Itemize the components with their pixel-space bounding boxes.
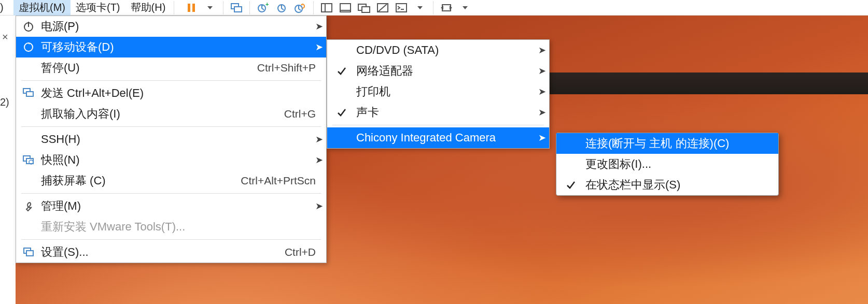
show-in-statusbar[interactable]: 在状态栏中显示(S) xyxy=(556,175,778,195)
menu-shortcut: Ctrl+D xyxy=(285,246,326,258)
svg-rect-9 xyxy=(321,4,332,12)
svg-rect-14 xyxy=(362,7,370,12)
chevron-right-icon: ➤ xyxy=(535,107,549,118)
device-chicony-camera[interactable]: Chicony Integrated Camera ➤ xyxy=(327,127,549,148)
menu-snapshot[interactable]: 快照(N) ➤ xyxy=(16,150,326,170)
menu-separator xyxy=(21,126,321,127)
menu-label: 暂停(U) xyxy=(41,60,257,76)
check-icon xyxy=(327,107,356,118)
menu-label: CD/DVD (SATA) xyxy=(356,44,535,57)
menu-grab-input[interactable]: 抓取输入内容(I) Ctrl+G xyxy=(16,104,326,124)
chevron-right-icon: ➤ xyxy=(535,86,549,97)
chevron-right-icon: ➤ xyxy=(312,200,326,212)
menubar-item-vm[interactable]: 虚拟机(M) xyxy=(13,0,71,16)
view-single-button[interactable] xyxy=(318,1,335,15)
menu-separator xyxy=(21,80,321,81)
device-network-adapter[interactable]: 网络适配器 ➤ xyxy=(327,61,549,81)
tab-close-icon[interactable]: × xyxy=(2,31,8,43)
snapshot-take-button[interactable]: + xyxy=(254,1,272,15)
chevron-right-icon: ➤ xyxy=(312,154,326,166)
snapshot-icon xyxy=(16,154,41,166)
svg-marker-2 xyxy=(207,6,213,9)
menu-label: 快照(N) xyxy=(41,152,312,168)
toolbar-dropdown-icon[interactable] xyxy=(201,1,219,15)
toolbar-dropdown-icon[interactable] xyxy=(456,1,474,15)
svg-rect-0 xyxy=(188,4,190,12)
svg-rect-4 xyxy=(234,7,242,12)
toolbar-separator xyxy=(223,1,223,15)
fullscreen-off-button[interactable] xyxy=(374,1,391,15)
menu-settings[interactable]: 设置(S)... Ctrl+D xyxy=(16,242,326,263)
menu-label: 设置(S)... xyxy=(41,244,285,260)
terminal-button[interactable] xyxy=(393,1,410,15)
chevron-right-icon: ➤ xyxy=(312,134,326,145)
device-sound-card[interactable]: 声卡 ➤ xyxy=(327,102,549,123)
toolbar-separator xyxy=(433,1,433,15)
menubar-item-cut[interactable]: ) xyxy=(0,0,13,16)
menu-separator xyxy=(332,125,544,125)
chevron-right-icon: ➤ xyxy=(535,45,549,56)
menu-separator xyxy=(21,239,321,240)
menu-power[interactable]: 电源(P) ➤ xyxy=(16,16,326,37)
device-printer[interactable]: 打印机 ➤ xyxy=(327,81,549,102)
menu-label: 抓取输入内容(I) xyxy=(41,106,284,122)
toolbar-dropdown-icon[interactable] xyxy=(411,1,429,15)
menu-manage[interactable]: 管理(M) ➤ xyxy=(16,196,326,216)
cycle-icon xyxy=(16,41,41,53)
connect-disconnect-host[interactable]: 连接(断开与 主机 的连接)(C) xyxy=(556,133,778,154)
send-cad-button[interactable] xyxy=(228,1,245,15)
menubar-item-tabs[interactable]: 选项卡(T) xyxy=(71,0,125,16)
menu-reinstall-tools: 重新安装 VMware Tools(T)... xyxy=(16,216,326,237)
wrench-icon xyxy=(16,200,41,212)
svg-marker-19 xyxy=(417,6,423,9)
svg-marker-21 xyxy=(463,6,468,9)
menu-label: 更改图标(I)... xyxy=(585,156,778,172)
menu-removable-devices[interactable]: 可移动设备(D) ➤ xyxy=(16,37,326,57)
snapshot-revert-button[interactable] xyxy=(273,1,290,15)
menu-label: Chicony Integrated Camera xyxy=(356,131,535,144)
menu-ssh[interactable]: SSH(H) ➤ xyxy=(16,129,326,150)
stretch-button[interactable] xyxy=(438,1,455,15)
toolbar: + xyxy=(183,0,474,16)
snapshot-manage-button[interactable] xyxy=(291,1,309,15)
chevron-right-icon: ➤ xyxy=(535,65,549,77)
menu-label: 打印机 xyxy=(356,84,535,99)
view-thumbnails-button[interactable] xyxy=(355,1,373,15)
settings-icon xyxy=(16,247,41,258)
chevron-right-icon: ➤ xyxy=(312,21,326,32)
menu-capture-screen[interactable]: 捕获屏幕 (C) Ctrl+Alt+PrtScn xyxy=(16,170,326,191)
send-cad-icon xyxy=(16,88,41,99)
app-topbar: ) 虚拟机(M) 选项卡(T) 帮助(H) + xyxy=(0,0,868,16)
usb-device-actions-menu: 连接(断开与 主机 的连接)(C) 更改图标(I)... 在状态栏中显示(S) xyxy=(556,133,779,196)
removable-devices-menu: CD/DVD (SATA) ➤ 网络适配器 ➤ 打印机 ➤ 声卡 ➤ Chico… xyxy=(327,39,550,149)
pause-button[interactable] xyxy=(183,1,200,15)
check-icon xyxy=(327,66,356,76)
svg-rect-10 xyxy=(321,4,325,12)
view-console-button[interactable] xyxy=(337,1,354,15)
menu-label: 管理(M) xyxy=(41,198,312,214)
svg-rect-1 xyxy=(192,4,195,12)
left-cut-text: 2) xyxy=(0,96,9,108)
svg-line-16 xyxy=(379,4,387,11)
svg-rect-20 xyxy=(442,5,451,11)
change-icon[interactable]: 更改图标(I)... xyxy=(556,154,778,175)
check-icon xyxy=(556,180,585,190)
toolbar-separator xyxy=(249,1,250,15)
menu-label: 网络适配器 xyxy=(356,63,535,79)
menubar-item-help[interactable]: 帮助(H) xyxy=(125,0,171,16)
menu-send-cad[interactable]: 发送 Ctrl+Alt+Del(E) xyxy=(16,83,326,104)
menu-label: 发送 Ctrl+Alt+Del(E) xyxy=(41,85,326,101)
menu-separator xyxy=(21,193,321,194)
menubar: ) 虚拟机(M) 选项卡(T) 帮助(H) xyxy=(0,0,171,16)
svg-rect-26 xyxy=(26,92,33,96)
menu-label: 电源(P) xyxy=(41,19,312,34)
power-icon xyxy=(16,21,41,32)
svg-rect-31 xyxy=(26,251,33,256)
menu-label: 声卡 xyxy=(356,105,535,120)
menu-label: SSH(H) xyxy=(41,133,312,146)
menu-shortcut: Ctrl+Alt+PrtScn xyxy=(241,175,326,187)
toolbar-separator xyxy=(313,1,314,15)
menu-pause[interactable]: 暂停(U) Ctrl+Shift+P xyxy=(16,57,326,78)
menu-shortcut: Ctrl+Shift+P xyxy=(257,62,326,74)
device-cd-dvd[interactable]: CD/DVD (SATA) ➤ xyxy=(327,40,549,61)
